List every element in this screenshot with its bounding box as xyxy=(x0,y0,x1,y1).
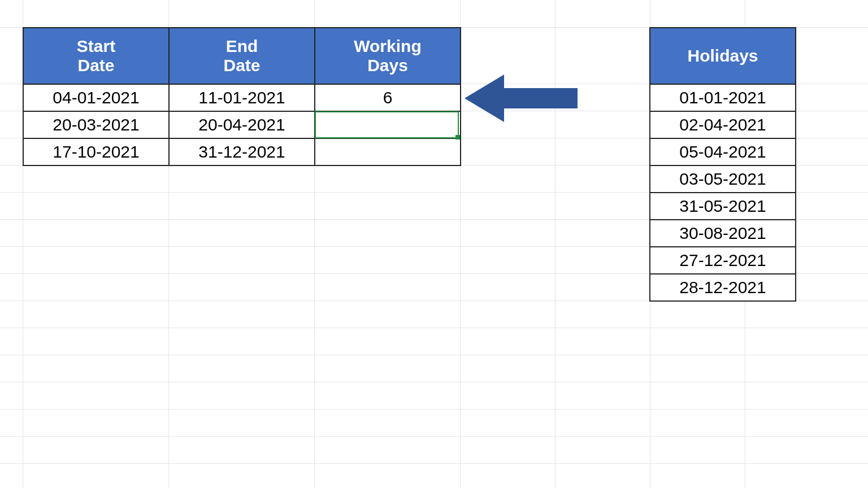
cell-holiday[interactable]: 02-04-2021 xyxy=(650,111,796,138)
table-row[interactable]: 17-10-2021 31-12-2021 xyxy=(23,138,461,165)
cell-start-date[interactable]: 20-03-2021 xyxy=(23,111,169,138)
header-holidays: Holidays xyxy=(650,28,796,84)
table-row[interactable]: 02-04-2021 xyxy=(650,111,796,138)
cell-working-days[interactable] xyxy=(315,138,461,165)
table-row[interactable]: 31-05-2021 xyxy=(650,193,796,220)
cell-end-date[interactable]: 20-04-2021 xyxy=(169,111,315,138)
cell-holiday[interactable]: 05-04-2021 xyxy=(650,138,796,165)
cell-working-days[interactable]: 6 xyxy=(315,84,461,111)
header-working-days: WorkingDays xyxy=(315,28,461,84)
table-header-row: StartDate EndDate WorkingDays xyxy=(23,28,461,84)
cell-holiday[interactable]: 30-08-2021 xyxy=(650,220,796,247)
table-row[interactable]: 30-08-2021 xyxy=(650,220,796,247)
cell-start-date[interactable]: 04-01-2021 xyxy=(23,84,169,111)
cell-holiday[interactable]: 31-05-2021 xyxy=(650,193,796,220)
cell-start-date[interactable]: 17-10-2021 xyxy=(23,138,169,165)
table-row[interactable]: 03-05-2021 xyxy=(650,165,796,193)
holidays-table[interactable]: Holidays 01-01-2021 02-04-2021 05-04-202… xyxy=(649,27,796,302)
table-row[interactable]: 28-12-2021 xyxy=(650,274,796,301)
table-row[interactable]: 27-12-2021 xyxy=(650,247,796,274)
table-row[interactable]: 20-03-2021 20-04-2021 xyxy=(23,111,461,138)
table-header-row: Holidays xyxy=(650,28,796,84)
working-days-table[interactable]: StartDate EndDate WorkingDays 04-01-2021… xyxy=(23,27,461,166)
svg-marker-0 xyxy=(465,75,578,122)
cell-holiday[interactable]: 03-05-2021 xyxy=(650,165,796,193)
cell-holiday[interactable]: 28-12-2021 xyxy=(650,274,796,301)
table-row[interactable]: 01-01-2021 xyxy=(650,84,796,111)
cell-holiday[interactable]: 01-01-2021 xyxy=(650,84,796,111)
header-start-date: StartDate xyxy=(23,28,169,84)
cell-end-date[interactable]: 11-01-2021 xyxy=(169,84,315,111)
table-row[interactable]: 04-01-2021 11-01-2021 6 xyxy=(23,84,461,111)
cell-working-days[interactable] xyxy=(315,111,461,138)
header-end-date: EndDate xyxy=(169,28,315,84)
table-row[interactable]: 05-04-2021 xyxy=(650,138,796,165)
arrow-icon xyxy=(465,75,578,122)
cell-holiday[interactable]: 27-12-2021 xyxy=(650,247,796,274)
cell-end-date[interactable]: 31-12-2021 xyxy=(169,138,315,165)
